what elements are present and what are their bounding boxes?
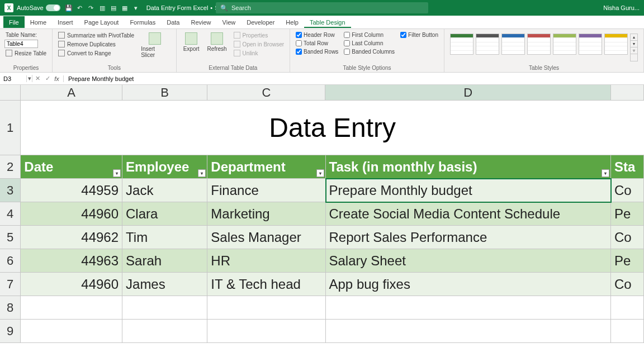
table-header-cell[interactable]: Sta bbox=[611, 155, 644, 179]
save-icon[interactable]: 💾 bbox=[65, 4, 73, 12]
cell[interactable]: Tim bbox=[122, 226, 207, 249]
row-header[interactable]: 1 bbox=[0, 101, 21, 155]
formula-value[interactable]: Prepare Monthly budget bbox=[64, 75, 134, 82]
col-header-D[interactable]: D bbox=[325, 85, 611, 101]
col-header-B[interactable]: B bbox=[122, 85, 207, 101]
cell[interactable] bbox=[611, 296, 644, 320]
autosave-toggle[interactable]: AutoSave bbox=[17, 4, 60, 11]
cell[interactable]: Pe bbox=[611, 249, 644, 273]
tab-table-design[interactable]: Table Design bbox=[304, 16, 351, 28]
tab-developer[interactable]: Developer bbox=[241, 16, 280, 28]
cell[interactable]: Jack bbox=[122, 179, 207, 202]
row-header[interactable]: 3 bbox=[0, 179, 21, 202]
tab-insert[interactable]: Insert bbox=[52, 16, 79, 28]
cell[interactable]: Salary Sheet bbox=[326, 249, 611, 273]
cell[interactable]: Create Social Media Content Schedule bbox=[326, 202, 611, 226]
banded-columns-check[interactable]: Banded Columns bbox=[343, 48, 396, 55]
resize-table-button[interactable]: Resize Table bbox=[4, 49, 48, 57]
col-header-E[interactable] bbox=[611, 85, 644, 101]
cell[interactable]: App bug fixes bbox=[326, 273, 611, 296]
tab-home[interactable]: Home bbox=[25, 16, 52, 28]
cell[interactable]: 44960 bbox=[21, 202, 122, 226]
cell[interactable] bbox=[122, 296, 207, 320]
active-cell[interactable]: Prepare Monthly budget bbox=[326, 179, 611, 202]
remove-duplicates-button[interactable]: Remove Duplicates bbox=[57, 40, 135, 48]
cell[interactable]: Sarah bbox=[122, 249, 207, 273]
row-header[interactable]: 8 bbox=[0, 296, 21, 320]
cell[interactable]: Co bbox=[611, 273, 644, 296]
gallery-scroll[interactable]: ▴▾▿ bbox=[630, 34, 638, 61]
cell[interactable]: 44960 bbox=[21, 273, 122, 296]
refresh-button[interactable]: Refresh bbox=[205, 31, 229, 64]
cell[interactable]: Finance bbox=[207, 179, 325, 202]
chevron-up-icon[interactable]: ▴ bbox=[631, 34, 637, 41]
qat-dropdown-icon[interactable]: ▾ bbox=[132, 4, 140, 12]
enter-icon[interactable]: ✓ bbox=[42, 75, 53, 82]
tab-help[interactable]: Help bbox=[280, 16, 304, 28]
cell[interactable]: IT & Tech head bbox=[207, 273, 325, 296]
tab-formulas[interactable]: Formulas bbox=[124, 16, 161, 28]
select-all-corner[interactable] bbox=[0, 85, 21, 101]
cell[interactable]: Sales Manager bbox=[207, 226, 325, 249]
name-box[interactable]: D3 bbox=[0, 75, 27, 82]
row-header[interactable]: 4 bbox=[0, 202, 21, 226]
row-header[interactable]: 2 bbox=[0, 155, 21, 179]
tab-view[interactable]: View bbox=[217, 16, 242, 28]
filter-dropdown-icon[interactable]: ▾ bbox=[198, 169, 206, 177]
convert-range-button[interactable]: Convert to Range bbox=[57, 49, 135, 57]
table-header-cell[interactable]: Employee▾ bbox=[122, 155, 207, 179]
cell[interactable] bbox=[21, 320, 122, 343]
cell[interactable] bbox=[207, 296, 325, 320]
table-header-cell[interactable]: Task (in monthly basis)▾ bbox=[326, 155, 611, 179]
export-button[interactable]: Export bbox=[181, 31, 202, 64]
table-header-cell[interactable]: Date▾ bbox=[21, 155, 122, 179]
search-box[interactable]: 🔍 Search bbox=[216, 2, 428, 13]
filter-dropdown-icon[interactable]: ▾ bbox=[316, 169, 324, 177]
more-icon[interactable]: ▿ bbox=[631, 47, 637, 54]
tab-data[interactable]: Data bbox=[161, 16, 185, 28]
cell[interactable]: Co bbox=[611, 179, 644, 202]
name-box-dropdown-icon[interactable]: ▾ bbox=[27, 75, 32, 82]
chevron-down-icon[interactable]: ▾ bbox=[631, 41, 637, 47]
cell[interactable] bbox=[122, 320, 207, 343]
cell[interactable]: Clara bbox=[122, 202, 207, 226]
qat-icon[interactable]: ▦ bbox=[121, 4, 129, 12]
summarize-pivot-button[interactable]: Summarize with PivotTable bbox=[57, 31, 135, 39]
row-header[interactable]: 5 bbox=[0, 226, 21, 249]
total-row-check[interactable]: Total Row bbox=[295, 40, 339, 47]
merged-title-cell[interactable]: Data Entry bbox=[21, 101, 644, 155]
redo-icon[interactable]: ↷ bbox=[87, 4, 95, 12]
cell[interactable]: Pe bbox=[611, 202, 644, 226]
insert-slicer-button[interactable]: Insert Slicer bbox=[139, 31, 172, 64]
qat-icon[interactable]: ▤ bbox=[110, 4, 117, 12]
cell[interactable]: 44962 bbox=[21, 226, 122, 249]
cell[interactable] bbox=[326, 296, 611, 320]
cell[interactable]: James bbox=[122, 273, 207, 296]
toggle-on-icon[interactable] bbox=[46, 4, 60, 11]
cell[interactable] bbox=[207, 320, 325, 343]
banded-rows-check[interactable]: Banded Rows bbox=[295, 48, 339, 55]
table-name-input[interactable] bbox=[4, 40, 38, 48]
style-swatch[interactable] bbox=[527, 34, 551, 55]
cell[interactable]: 44959 bbox=[21, 179, 122, 202]
filter-dropdown-icon[interactable]: ▾ bbox=[113, 169, 121, 177]
fx-icon[interactable]: fx bbox=[53, 75, 64, 82]
cell[interactable]: 44963 bbox=[21, 249, 122, 273]
cell[interactable] bbox=[326, 320, 611, 343]
row-header[interactable]: 9 bbox=[0, 320, 21, 343]
tab-page-layout[interactable]: Page Layout bbox=[79, 16, 125, 28]
style-swatch[interactable] bbox=[501, 34, 525, 55]
style-swatch[interactable] bbox=[476, 34, 499, 55]
qat-icon[interactable]: ▥ bbox=[98, 4, 106, 12]
style-swatch[interactable] bbox=[579, 34, 602, 55]
cell[interactable] bbox=[611, 320, 644, 343]
cell[interactable]: Marketing bbox=[207, 202, 325, 226]
cell[interactable]: Report Sales Performance bbox=[326, 226, 611, 249]
table-styles-gallery[interactable]: ▴▾▿ bbox=[449, 31, 639, 64]
filter-dropdown-icon[interactable]: ▾ bbox=[602, 169, 609, 177]
cell[interactable]: HR bbox=[207, 249, 325, 273]
undo-icon[interactable]: ↶ bbox=[76, 4, 84, 12]
style-swatch[interactable] bbox=[450, 34, 473, 55]
tab-file[interactable]: File bbox=[3, 16, 25, 28]
style-swatch[interactable] bbox=[553, 34, 576, 55]
